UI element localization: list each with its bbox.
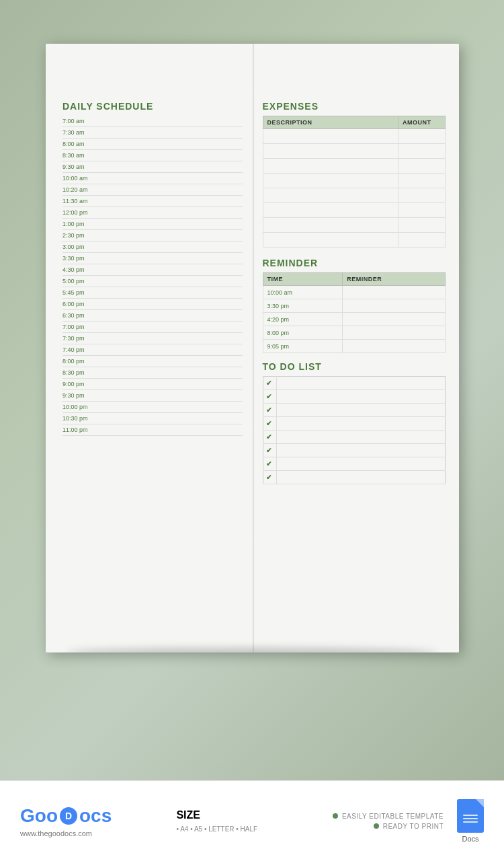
todo-text [276, 430, 446, 444]
schedule-row: 7:00 pm [62, 322, 243, 333]
todo-checkmark: ✔ [263, 457, 276, 471]
expense-row [263, 174, 446, 188]
schedule-content [99, 196, 243, 207]
schedule-time: 10:00 pm [62, 402, 99, 413]
schedule-time: 7:40 pm [62, 344, 99, 356]
schedule-title: DAILY SCHEDULE [62, 101, 243, 112]
schedule-time: 3:00 pm [62, 241, 99, 253]
schedule-row: 8:30 pm [62, 367, 243, 379]
expense-amount [398, 203, 446, 218]
expense-amount [398, 218, 446, 233]
schedule-content [99, 322, 243, 333]
schedule-content [99, 139, 243, 150]
document-page: DAILY ITINERARY Date: 00/00/0000 DAILY S… [46, 44, 459, 652]
expense-description [263, 174, 398, 188]
schedule-row: 10:20 am [62, 184, 243, 196]
schedule-time: 7:30 pm [62, 333, 99, 344]
schedule-row: 1:00 pm [62, 219, 243, 230]
schedule-content [99, 379, 243, 390]
footer: Goo D ocs www.thegoodocs.com SIZE • A4 •… [0, 780, 504, 861]
schedule-time: 9:00 pm [62, 379, 99, 390]
feature-label-1: EASILY EDITABLE TEMPLATE [342, 813, 444, 820]
docs-icon-container: Docs [457, 799, 484, 843]
todo-text [276, 390, 446, 404]
schedule-time: 11:30 am [62, 196, 99, 207]
todo-checkmark: ✔ [263, 377, 276, 390]
reminder-row: 8:00 pm [263, 326, 446, 340]
schedule-row: 9:00 pm [62, 379, 243, 390]
footer-url: www.thegoodocs.com [20, 829, 176, 837]
schedule-content [99, 253, 243, 264]
schedule-content [99, 299, 243, 310]
todo-text [276, 457, 446, 471]
right-page: EXPENSES DESCRIPTION AMOUNT [253, 44, 460, 652]
todo-title: TO DO LIST [263, 361, 446, 372]
schedule-row: 7:40 pm [62, 344, 243, 356]
expense-row [263, 218, 446, 233]
schedule-row: 6:30 pm [62, 310, 243, 322]
todo-row: ✔ [263, 404, 446, 417]
reminder-row: 3:30 pm [263, 299, 446, 313]
schedule-row: 6:00 pm [62, 299, 243, 310]
schedule-time: 7:00 pm [62, 322, 99, 333]
schedule-time: 3:30 pm [62, 253, 99, 264]
expenses-table: DESCRIPTION AMOUNT [263, 116, 446, 248]
expense-description [263, 129, 398, 144]
reminder-content-header: REMINDER [343, 273, 446, 286]
schedule-content [99, 219, 243, 230]
todo-checkmark: ✔ [263, 390, 276, 404]
reminder-title: REMINDER [263, 258, 446, 268]
schedule-time: 5:00 pm [62, 276, 99, 287]
todo-text [276, 377, 446, 390]
expense-description [263, 144, 398, 159]
schedule-content [99, 356, 243, 367]
todo-row: ✔ [263, 377, 446, 390]
schedule-row: 3:00 pm [62, 241, 243, 253]
todo-row: ✔ [263, 471, 446, 484]
schedule-row: 4:30 pm [62, 264, 243, 276]
reminder-text [343, 299, 446, 313]
schedule-row: 5:00 pm [62, 276, 243, 287]
expense-description [263, 188, 398, 203]
reminder-text [343, 340, 446, 353]
schedule-row: 11:00 pm [62, 424, 243, 436]
todo-checkmark: ✔ [263, 444, 276, 457]
expense-row [263, 188, 446, 203]
todo-checkmark: ✔ [263, 471, 276, 484]
todo-text [276, 444, 446, 457]
docs-label: Docs [462, 835, 478, 843]
schedule-row: 2:30 pm [62, 230, 243, 241]
reminder-time: 8:00 pm [263, 326, 343, 340]
todo-row: ✔ [263, 417, 446, 430]
schedule-time: 12:00 pm [62, 207, 99, 219]
todo-checkmark: ✔ [263, 404, 276, 417]
schedule-row: 8:30 am [62, 150, 243, 161]
schedule-row: 3:30 pm [62, 253, 243, 264]
schedule-time: 7:30 am [62, 127, 99, 139]
todo-row: ✔ [263, 430, 446, 444]
expense-amount [398, 233, 446, 248]
size-values: • A4 • A5 • LETTER • HALF [176, 825, 332, 833]
todo-text [276, 417, 446, 430]
schedule-row: 7:00 am [62, 116, 243, 127]
schedule-content [99, 173, 243, 184]
expense-row [263, 203, 446, 218]
reminder-text [343, 286, 446, 299]
schedule-time: 2:30 pm [62, 230, 99, 241]
todo-row: ✔ [263, 457, 446, 471]
expenses-title: EXPENSES [263, 101, 446, 112]
schedule-content [99, 390, 243, 402]
reminder-text [343, 313, 446, 326]
schedule-time: 6:30 pm [62, 310, 99, 322]
reminder-time-header: TIME [263, 273, 343, 286]
schedule-content [99, 424, 243, 436]
footer-logo: Goo D ocs [20, 805, 176, 827]
schedule-time: 8:00 pm [62, 356, 99, 367]
logo-d-icon: D [60, 807, 77, 825]
schedule-row: 10:00 pm [62, 402, 243, 413]
schedule-content [99, 310, 243, 322]
right-content: EXPENSES DESCRIPTION AMOUNT [263, 101, 446, 484]
reminder-time: 4:20 pm [263, 313, 343, 326]
expense-row [263, 233, 446, 248]
reminder-time: 3:30 pm [263, 299, 343, 313]
